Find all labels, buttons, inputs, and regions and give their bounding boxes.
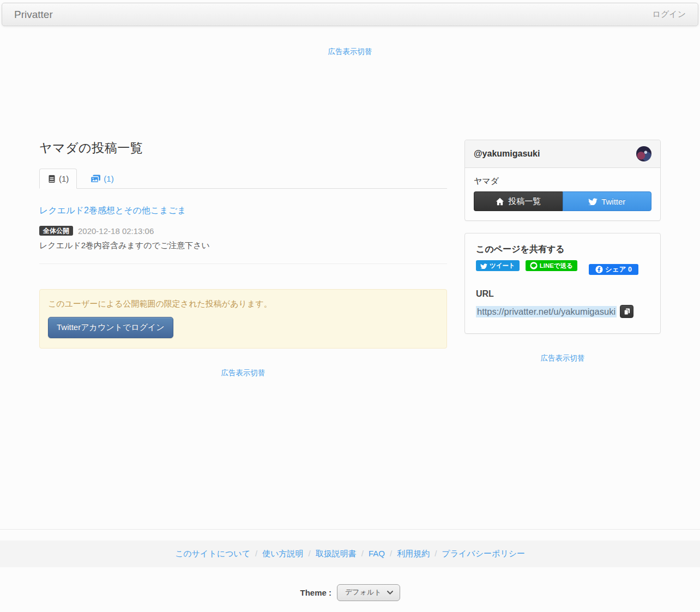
profile-panel-body: ヤマダ 投稿一覧: [465, 168, 660, 220]
profile-panel-header: @yakumigasuki: [465, 140, 660, 168]
footer-separator: /: [390, 549, 392, 558]
post-list-divider: [39, 263, 447, 264]
footer-link-privacy[interactable]: プライバシーポリシー: [442, 549, 525, 558]
ad-toggle-link-main[interactable]: 広告表示切替: [39, 368, 447, 378]
theme-select[interactable]: デフォルト: [337, 584, 400, 601]
brand-logo[interactable]: Privatter: [5, 9, 62, 21]
visibility-badge: 全体公開: [39, 226, 73, 236]
post-title-link[interactable]: レクエルド2巻感想とその他こまごま: [39, 206, 186, 215]
chevron-down-icon: [387, 591, 393, 595]
tab-text-posts[interactable]: (1): [39, 169, 77, 189]
copy-icon: [623, 308, 631, 315]
post-list-item: レクエルド2巻感想とその他こまごま 全体公開 2020-12-18 02:13:…: [39, 189, 447, 251]
profile-panel: @yakumigasuki ヤマダ 投稿一覧: [464, 140, 661, 221]
profile-handle: @yakumigasuki: [474, 149, 540, 159]
twitter-bird-icon: [588, 197, 598, 205]
page-url-text[interactable]: https://privatter.net/u/yakumigasuki: [476, 306, 617, 317]
share-panel-title: このページを共有する: [476, 244, 649, 255]
limited-posts-alert-message: このユーザーによる公開範囲の限定された投稿があります。: [48, 299, 438, 309]
twitter-profile-button[interactable]: Twitter: [563, 191, 652, 211]
share-buttons-row: ツイート LINEで送る: [476, 260, 649, 275]
post-meta: 全体公開 2020-12-18 02:13:06: [39, 226, 447, 236]
twitter-login-button[interactable]: Twitterアカウントでログイン: [48, 317, 173, 338]
footer-separator: /: [255, 549, 257, 558]
line-share-button[interactable]: LINEで送る: [526, 260, 577, 271]
posts-list-button-label: 投稿一覧: [508, 196, 541, 207]
theme-label: Theme :: [300, 588, 331, 597]
navbar: Privatter ログイン: [2, 3, 698, 26]
copy-url-button[interactable]: [620, 305, 633, 318]
line-share-button-label: LINEで送る: [540, 262, 573, 270]
sidebar: @yakumigasuki ヤマダ 投稿一覧: [464, 127, 661, 378]
line-icon: [530, 262, 538, 269]
footer: このサイトについて/使い方説明/取扱説明書/FAQ/利用規約/プライバシーポリシ…: [0, 529, 700, 612]
twitter-profile-button-label: Twitter: [601, 197, 625, 206]
footer-separator: /: [435, 549, 437, 558]
ad-toggle-link-sidebar[interactable]: 広告表示切替: [464, 353, 661, 363]
ad-toggle-link-top[interactable]: 広告表示切替: [0, 47, 700, 57]
image-posts-icon: [90, 175, 101, 183]
avatar[interactable]: [636, 146, 651, 161]
footer-link-about[interactable]: このサイトについて: [175, 549, 250, 558]
posts-list-button[interactable]: 投稿一覧: [474, 191, 563, 211]
profile-button-group: 投稿一覧 Twitter: [474, 191, 651, 211]
footer-links: このサイトについて/使い方説明/取扱説明書/FAQ/利用規約/プライバシーポリシ…: [0, 541, 700, 567]
tab-image-posts-count: (1): [104, 174, 113, 183]
limited-posts-alert: このユーザーによる公開範囲の限定された投稿があります。 Twitterアカウント…: [39, 289, 447, 349]
facebook-share-button[interactable]: シェア 0: [589, 264, 638, 275]
theme-select-value: デフォルト: [345, 587, 382, 597]
profile-name: ヤマダ: [474, 176, 651, 187]
share-panel: このページを共有する ツイート: [464, 233, 661, 334]
footer-link-howto[interactable]: 使い方説明: [262, 549, 303, 558]
page-title: ヤマダの投稿一覧: [39, 140, 447, 157]
footer-separator: /: [361, 549, 364, 558]
footer-link-faq[interactable]: FAQ: [369, 549, 385, 558]
url-row: https://privatter.net/u/yakumigasuki: [476, 305, 649, 318]
tab-bar: (1) (1): [39, 169, 447, 189]
theme-row: Theme : デフォルト: [0, 584, 700, 601]
tab-image-posts[interactable]: (1): [82, 169, 122, 189]
footer-link-manual[interactable]: 取扱説明書: [316, 549, 357, 558]
url-label: URL: [476, 289, 649, 299]
facebook-share-button-label: シェア 0: [605, 265, 632, 274]
tweet-share-button[interactable]: ツイート: [476, 260, 520, 271]
login-link[interactable]: ログイン: [644, 4, 695, 25]
content-container: ヤマダの投稿一覧 (1): [39, 127, 661, 378]
twitter-bird-icon: [480, 263, 487, 269]
tweet-share-button-label: ツイート: [490, 262, 515, 270]
main-column: ヤマダの投稿一覧 (1): [39, 127, 447, 378]
footer-separator: /: [309, 549, 311, 558]
home-icon: [496, 197, 504, 206]
footer-link-terms[interactable]: 利用規約: [397, 549, 430, 558]
ad-slot: [0, 57, 700, 127]
post-description: レクエルド2巻内容含みますのでご注意下さい: [39, 241, 447, 251]
facebook-icon: [595, 266, 603, 273]
text-posts-icon: [47, 175, 56, 183]
tab-text-posts-count: (1): [59, 174, 69, 183]
post-date: 2020-12-18 02:13:06: [78, 226, 154, 236]
